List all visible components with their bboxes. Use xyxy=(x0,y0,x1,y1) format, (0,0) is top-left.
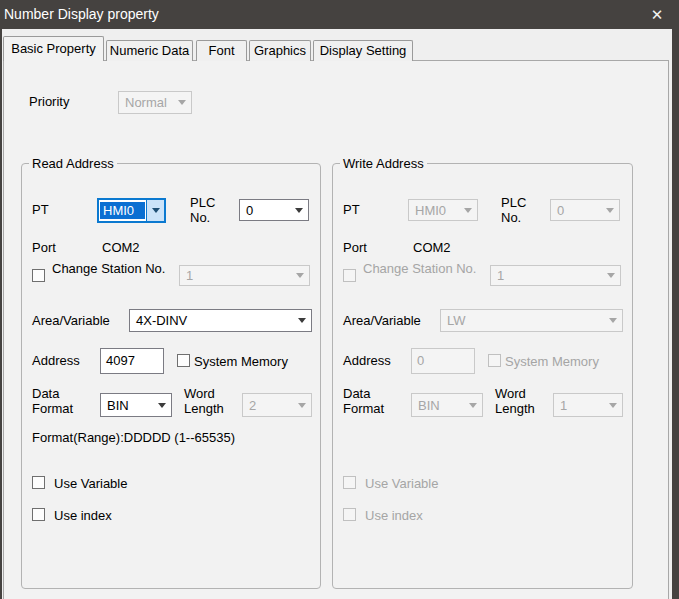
write-change-station-label: Change Station No. xyxy=(363,261,483,276)
write-change-station-select: 1 xyxy=(490,265,621,286)
write-word-length-label: Word Length xyxy=(495,386,545,416)
tab-basic-property[interactable]: Basic Property xyxy=(3,36,104,61)
read-address-caption: Read Address xyxy=(29,156,117,171)
read-use-index-label: Use index xyxy=(54,508,112,523)
write-address-input: 0 xyxy=(411,348,475,374)
write-area-variable-select: LW xyxy=(440,309,623,332)
read-port-value: COM2 xyxy=(102,240,140,255)
read-use-index-checkbox[interactable] xyxy=(32,508,45,521)
write-pt-label: PT xyxy=(343,202,360,217)
read-change-station-label: Change Station No. xyxy=(52,261,172,276)
write-plc-no-label: PLC No. xyxy=(501,195,539,225)
chevron-down-icon xyxy=(602,266,620,285)
read-port-label: Port xyxy=(32,240,56,255)
read-address-input[interactable]: 4097 xyxy=(100,348,164,374)
read-pt-label: PT xyxy=(32,202,49,217)
read-address-label: Address xyxy=(32,353,80,368)
write-use-variable-label: Use Variable xyxy=(365,476,438,491)
priority-label: Priority xyxy=(29,94,69,109)
chevron-down-icon[interactable] xyxy=(153,394,171,416)
read-pt-select[interactable]: HMI0 xyxy=(97,198,166,223)
write-use-index-checkbox xyxy=(343,508,356,521)
title-bar: Number Display property ✕ xyxy=(0,0,679,29)
read-word-length-select: 2 xyxy=(242,393,312,417)
write-address-label: Address xyxy=(343,353,391,368)
write-pt-select: HMI0 xyxy=(408,199,478,221)
write-plc-no-select: 0 xyxy=(550,199,620,221)
read-data-format-select[interactable]: BIN xyxy=(100,393,172,417)
read-format-range-hint: Format(Range):DDDDD (1--65535) xyxy=(32,430,312,445)
read-plc-no-select[interactable]: 0 xyxy=(239,199,309,221)
chevron-down-icon xyxy=(293,394,311,416)
read-area-variable-select[interactable]: 4X-DINV xyxy=(129,309,312,332)
write-address-group: Write Address PT HMI0 PLC No. 0 Port COM… xyxy=(332,163,633,589)
tab-font[interactable]: Font xyxy=(196,40,247,61)
chevron-down-icon xyxy=(291,266,309,285)
write-use-index-label: Use index xyxy=(365,508,423,523)
write-data-format-select: BIN xyxy=(411,393,483,417)
read-change-station-checkbox[interactable] xyxy=(32,269,45,282)
chevron-down-icon[interactable] xyxy=(146,200,164,221)
write-word-length-select: 1 xyxy=(553,393,623,417)
chevron-down-icon[interactable] xyxy=(293,310,311,331)
read-area-variable-label: Area/Variable xyxy=(32,313,110,328)
write-system-memory-checkbox xyxy=(488,354,501,367)
tab-graphics[interactable]: Graphics xyxy=(249,40,311,61)
close-icon[interactable]: ✕ xyxy=(641,0,673,29)
priority-select: Normal xyxy=(118,91,192,114)
chevron-down-icon xyxy=(601,200,619,220)
write-area-variable-label: Area/Variable xyxy=(343,313,421,328)
dialog-body: Basic Property Numeric Data Font Graphic… xyxy=(2,29,672,599)
write-port-value: COM2 xyxy=(413,240,451,255)
write-use-variable-checkbox xyxy=(343,476,356,489)
read-use-variable-checkbox[interactable] xyxy=(32,476,45,489)
chevron-down-icon xyxy=(464,394,482,416)
read-data-format-label: Data Format xyxy=(32,386,80,416)
window-title: Number Display property xyxy=(4,0,159,29)
tab-display-setting[interactable]: Display Setting xyxy=(313,40,413,61)
read-plc-no-label: PLC No. xyxy=(190,195,228,225)
read-address-group: Read Address PT HMI0 PLC No. 0 Port COM2… xyxy=(21,163,321,589)
read-system-memory-label: System Memory xyxy=(194,354,288,369)
read-system-memory-checkbox[interactable] xyxy=(177,354,190,367)
basic-property-page: Priority Normal Read Address PT HMI0 PLC… xyxy=(3,60,669,599)
number-display-property-dialog: Number Display property ✕ Basic Property… xyxy=(0,0,679,599)
write-port-label: Port xyxy=(343,240,367,255)
chevron-down-icon[interactable] xyxy=(290,200,308,220)
write-system-memory-label: System Memory xyxy=(505,354,599,369)
write-address-caption: Write Address xyxy=(340,156,427,171)
write-data-format-label: Data Format xyxy=(343,386,391,416)
tab-numeric-data[interactable]: Numeric Data xyxy=(106,40,193,61)
read-use-variable-label: Use Variable xyxy=(54,476,127,491)
chevron-down-icon xyxy=(173,92,191,113)
chevron-down-icon xyxy=(604,394,622,416)
chevron-down-icon xyxy=(604,310,622,331)
chevron-down-icon xyxy=(459,200,477,220)
read-word-length-label: Word Length xyxy=(184,386,234,416)
write-change-station-checkbox xyxy=(343,269,356,282)
read-change-station-select: 1 xyxy=(179,265,310,286)
